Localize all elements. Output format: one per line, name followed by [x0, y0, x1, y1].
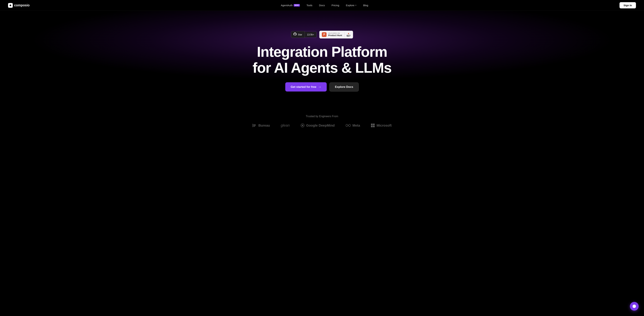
company-microsoft: Microsoft [371, 123, 392, 127]
google-deepmind-icon [300, 123, 304, 127]
chat-icon [632, 304, 636, 308]
navbar-right: Sign In [620, 2, 636, 9]
hero-badges: Star 13.5k+ P FEATURED ON Product Hunt ▲… [291, 31, 353, 39]
product-hunt-badge[interactable]: P FEATURED ON Product Hunt ▲ 927 [319, 31, 353, 39]
github-count: 13.5k+ [305, 32, 316, 37]
logo[interactable]: composio [8, 3, 30, 8]
nav-links: AgentAuth NEW Tools Docs Pricing Explore… [278, 3, 371, 8]
ph-text-block: FEATURED ON Product Hunt [328, 33, 342, 37]
hero-section: Star 13.5k+ P FEATURED ON Product Hunt ▲… [0, 11, 644, 108]
company-bureau: Bureau [252, 123, 270, 128]
hero-title-line1: Integration Platform [257, 44, 387, 60]
navbar: composio AgentAuth NEW Tools Docs Pricin… [0, 0, 644, 11]
svg-rect-4 [254, 126, 255, 127]
nav-docs-label: Docs [319, 4, 325, 7]
github-star-badge[interactable]: Star 13.5k+ [291, 31, 317, 38]
svg-rect-10 [373, 126, 375, 127]
ph-name: Product Hunt [328, 34, 342, 37]
ph-featured-label: FEATURED ON [328, 33, 340, 34]
google-deepmind-label: Google DeepMind [306, 124, 335, 127]
chat-widget[interactable] [630, 302, 639, 311]
brand-name: composio [14, 3, 30, 7]
nav-agentauth-label: AgentAuth [281, 4, 293, 7]
nav-pricing[interactable]: Pricing [329, 3, 342, 8]
hero-title: Integration Platform for AI Agents & LLM… [252, 44, 392, 76]
microsoft-label: Microsoft [376, 124, 392, 127]
bureau-icon [252, 123, 257, 128]
ph-logo-icon: P [322, 32, 326, 37]
svg-point-6 [302, 125, 303, 126]
get-started-button[interactable]: Get started for free → [285, 82, 327, 92]
bureau-label: Bureau [258, 124, 270, 127]
logo-icon [8, 3, 13, 8]
github-icon [294, 33, 296, 37]
github-star-part: Star [291, 31, 305, 38]
ph-score-number: 927 [347, 35, 350, 37]
nav-pricing-label: Pricing [332, 4, 339, 7]
new-badge: NEW [294, 4, 300, 7]
svg-rect-3 [254, 125, 256, 126]
nav-blog-label: Blog [363, 4, 368, 7]
company-glean: glean [281, 123, 290, 128]
github-star-label: Star [298, 33, 302, 36]
nav-explore[interactable]: Explore ▾ [343, 3, 359, 8]
chevron-down-icon: ▾ [355, 4, 356, 7]
trusted-section: Trusted by Engineers From Bureau glean G… [0, 108, 644, 138]
signin-button[interactable]: Sign In [620, 2, 636, 9]
ph-upvote-icon: ▲ [347, 32, 350, 35]
nav-explore-label: Explore [346, 4, 354, 7]
meta-label: Meta [352, 124, 360, 127]
nav-blog[interactable]: Blog [360, 3, 371, 8]
company-google-deepmind: Google DeepMind [300, 123, 335, 127]
nav-docs[interactable]: Docs [316, 3, 328, 8]
hero-cta-group: Get started for free → Explore Docs [285, 82, 359, 92]
svg-rect-7 [371, 124, 373, 125]
svg-rect-9 [371, 126, 373, 127]
arrow-right-icon: → [318, 85, 321, 89]
hero-title-line2: for AI Agents & LLMs [252, 60, 392, 76]
svg-rect-2 [254, 124, 256, 125]
get-started-label: Get started for free [291, 85, 316, 89]
microsoft-icon [371, 123, 375, 127]
svg-rect-8 [373, 124, 375, 125]
glean-label: glean [281, 123, 290, 128]
meta-icon [346, 124, 351, 127]
trusted-label: Trusted by Engineers From [306, 115, 338, 118]
ph-score-block: ▲ 927 [344, 32, 350, 37]
company-logo-row: Bureau glean Google DeepMind Meta [252, 123, 392, 128]
nav-agentauth[interactable]: AgentAuth NEW [278, 3, 302, 8]
nav-tools-label: Tools [306, 4, 312, 7]
explore-docs-button[interactable]: Explore Docs [330, 83, 359, 92]
svg-rect-1 [252, 124, 253, 127]
nav-tools[interactable]: Tools [304, 3, 315, 8]
company-meta: Meta [346, 124, 360, 127]
